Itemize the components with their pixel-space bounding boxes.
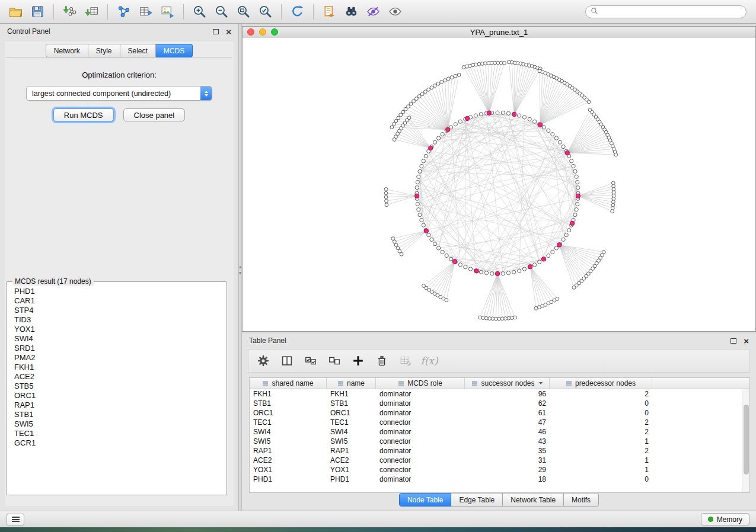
mcds-result-item[interactable]: STB5: [9, 382, 224, 391]
mcds-result-item[interactable]: YOX1: [9, 325, 224, 334]
table-row[interactable]: STB1STB1dominator620: [250, 399, 742, 408]
table-row[interactable]: SWI4SWI4dominator462: [250, 427, 742, 437]
mcds-result-item[interactable]: PMA2: [9, 353, 224, 363]
table-row[interactable]: ACE2ACE2connector311: [250, 456, 742, 465]
column-header-MCDS-role[interactable]: MCDS role: [376, 378, 465, 389]
control-panel-body: NetworkStyleSelectMCDS Optimization crit…: [5, 41, 234, 506]
mcds-result-item[interactable]: TID3: [9, 315, 224, 325]
import-table-icon: [84, 4, 99, 19]
column-header-name[interactable]: name: [327, 378, 376, 389]
cell-successor-nodes: 43: [465, 437, 550, 446]
filter-view-button[interactable]: [362, 2, 384, 21]
close-window-button[interactable]: [247, 28, 254, 36]
import-network-button[interactable]: [59, 2, 81, 21]
network-title: YPA_prune.txt_1: [243, 28, 755, 37]
preview-view-icon: [388, 4, 403, 19]
run-mcds-button[interactable]: Run MCDS: [53, 108, 114, 121]
network-canvas[interactable]: [243, 38, 755, 331]
table-row[interactable]: PHD1PHD1dominator180: [250, 475, 742, 484]
table-tab-motifs[interactable]: Motifs: [564, 493, 599, 507]
delete-column-button[interactable]: [372, 351, 392, 370]
close-panel-button[interactable]: Close panel: [123, 108, 186, 121]
table-tab-network-table[interactable]: Network Table: [503, 493, 564, 507]
table-options-button[interactable]: [253, 351, 273, 370]
mcds-result-item[interactable]: SWI5: [9, 419, 224, 429]
table-header-row: shared namenameMCDS rolesuccessor nodesp…: [250, 378, 749, 389]
mcds-result-item[interactable]: GCR1: [9, 438, 224, 448]
automation-panel-button[interactable]: [7, 514, 24, 525]
minimize-window-button[interactable]: [259, 28, 266, 36]
import-table-button[interactable]: [81, 2, 103, 21]
tab-select[interactable]: Select: [120, 44, 156, 57]
search-box[interactable]: [585, 5, 747, 18]
table-tab-node-table[interactable]: Node Table: [399, 493, 452, 507]
open-session-button[interactable]: [5, 2, 27, 21]
table-row[interactable]: ORC1ORC1dominator610: [250, 408, 742, 418]
scrollbar-thumb[interactable]: [744, 405, 749, 475]
zoom-fit-button[interactable]: [232, 2, 254, 21]
table-panel-header: Table Panel ×: [242, 334, 756, 348]
table-row[interactable]: RAP1RAP1dominator352: [250, 446, 742, 456]
refresh-network-button[interactable]: [286, 2, 308, 21]
mcds-buttons: Run MCDS Close panel: [5, 108, 234, 121]
float-table-panel-icon[interactable]: [731, 338, 736, 344]
tab-mcds[interactable]: MCDS: [156, 44, 193, 57]
table-row[interactable]: YOX1YOX1connector291: [250, 465, 742, 475]
mcds-result-item[interactable]: FKH1: [9, 363, 224, 372]
tab-style[interactable]: Style: [88, 44, 120, 57]
zoom-in-button[interactable]: [189, 2, 210, 21]
float-panel-icon[interactable]: [213, 29, 219, 34]
create-column-button[interactable]: [348, 351, 368, 370]
mcds-result-item[interactable]: ORC1: [9, 391, 224, 400]
share-document-button[interactable]: [318, 2, 340, 21]
zoom-out-button[interactable]: [210, 2, 232, 21]
table-scrollbar[interactable]: [742, 389, 749, 492]
network-titlebar[interactable]: YPA_prune.txt_1: [243, 27, 755, 39]
column-header-shared-name[interactable]: shared name: [250, 378, 327, 389]
cell-successor-nodes: 18: [465, 475, 550, 483]
find-nodes-button[interactable]: [340, 2, 362, 21]
toolbar-separator: [313, 4, 314, 20]
table-row[interactable]: SWI5SWI5connector431: [250, 437, 742, 446]
close-table-panel-icon[interactable]: ×: [744, 336, 749, 345]
tab-network[interactable]: Network: [46, 44, 88, 57]
select-all-icon: [304, 354, 317, 367]
table-row[interactable]: TEC1TEC1connector472: [250, 418, 742, 427]
save-session-button[interactable]: [27, 2, 49, 21]
function-builder-icon: f(x): [420, 355, 438, 367]
mcds-result-item[interactable]: ACE2: [9, 372, 224, 382]
table-row[interactable]: FKH1FKH1dominator962: [250, 389, 742, 399]
preview-view-button[interactable]: [384, 2, 406, 21]
cell-successor-nodes: 29: [465, 466, 550, 474]
close-panel-icon[interactable]: ×: [226, 27, 231, 36]
zoom-selected-button[interactable]: [254, 2, 276, 21]
mcds-result-item[interactable]: TEC1: [9, 429, 224, 438]
control-panel-tabs: NetworkStyleSelectMCDS: [5, 44, 234, 57]
column-header-successor-nodes[interactable]: successor nodes: [465, 378, 550, 389]
show-columns-button[interactable]: [277, 351, 297, 370]
criterion-dropdown[interactable]: largest connected component (undirected): [26, 86, 212, 101]
table-tab-edge-table[interactable]: Edge Table: [451, 493, 503, 507]
zoom-window-button[interactable]: [271, 28, 278, 36]
column-header-predecessor-nodes[interactable]: predecessor nodes: [550, 378, 652, 389]
new-network-button[interactable]: [113, 2, 135, 21]
select-all-button[interactable]: [301, 351, 321, 370]
mcds-result-item[interactable]: STP4: [9, 306, 224, 315]
mcds-result-item[interactable]: RAP1: [9, 400, 224, 410]
mcds-result-item[interactable]: CAR1: [9, 296, 224, 306]
new-table-button[interactable]: [135, 2, 157, 21]
export-image-button[interactable]: [157, 2, 178, 21]
mcds-result-item[interactable]: PHD1: [9, 287, 224, 296]
mcds-result-item[interactable]: SRD1: [9, 344, 224, 353]
mcds-result-item[interactable]: STB1: [9, 410, 224, 419]
mcds-result-item[interactable]: SWI4: [9, 334, 224, 344]
window-controls: [247, 28, 278, 36]
network-graph[interactable]: [243, 38, 755, 331]
deselect-all-button[interactable]: [324, 351, 344, 370]
cell-name: YOX1: [327, 466, 376, 474]
search-input[interactable]: [601, 7, 746, 17]
save-session-icon: [30, 4, 45, 19]
cell-predecessor-nodes: 1: [550, 437, 652, 446]
open-session-icon: [8, 4, 23, 19]
memory-button[interactable]: Memory: [701, 513, 749, 525]
